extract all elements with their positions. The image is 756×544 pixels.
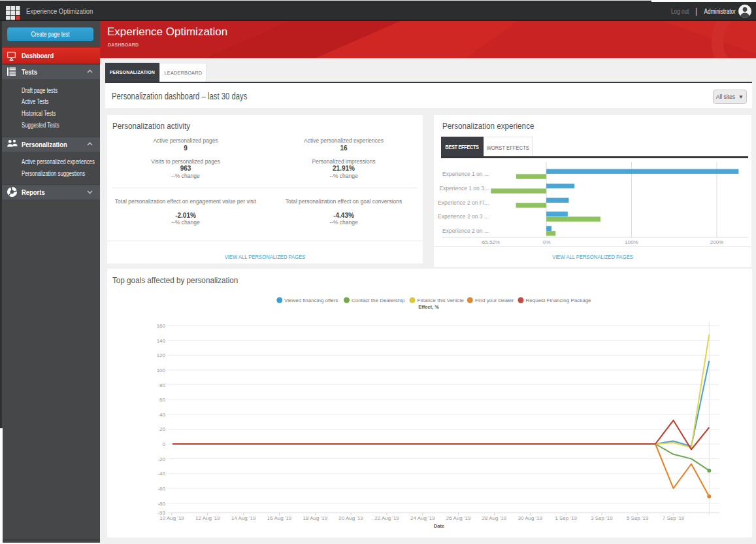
svg-text:14 Aug '19: 14 Aug '19 — [231, 515, 256, 521]
svg-text:0: 0 — [163, 441, 166, 447]
svg-text:16 Aug '19: 16 Aug '19 — [267, 515, 292, 521]
svg-text:80: 80 — [159, 382, 165, 388]
svg-text:100: 100 — [157, 367, 166, 373]
svg-text:Finance this Vehicle: Finance this Vehicle — [418, 298, 465, 303]
svg-text:26 Aug '19: 26 Aug '19 — [446, 515, 471, 521]
svg-text:Experience 2 on Fi...: Experience 2 on Fi... — [438, 199, 489, 206]
svg-text:20 Aug '19: 20 Aug '19 — [338, 515, 363, 521]
svg-text:12 Aug '19: 12 Aug '19 — [195, 515, 220, 521]
svg-text:28 Aug '19: 28 Aug '19 — [482, 515, 507, 521]
svg-text:30 Aug '19: 30 Aug '19 — [518, 515, 543, 521]
svg-text:-65.52%: -65.52% — [480, 239, 500, 245]
svg-text:Find your Dealer: Find your Dealer — [475, 298, 514, 303]
svg-text:Viewed financing offers: Viewed financing offers — [284, 298, 338, 303]
svg-text:100%: 100% — [625, 239, 638, 245]
svg-text:140: 140 — [157, 338, 166, 344]
svg-text:Date: Date — [434, 523, 444, 529]
svg-text:-80: -80 — [157, 501, 165, 507]
svg-text:Effect, %: Effect, % — [418, 304, 439, 310]
svg-text:3 Sep '19: 3 Sep '19 — [591, 515, 613, 521]
svg-text:-20: -20 — [157, 456, 165, 462]
svg-text:200%: 200% — [710, 239, 723, 245]
svg-text:Experience 2 on 3 ...: Experience 2 on 3 ... — [438, 213, 489, 220]
svg-text:1 Sep '19: 1 Sep '19 — [555, 515, 577, 521]
svg-text:Experience 2 on ...: Experience 2 on ... — [442, 228, 489, 234]
svg-text:5 Sep '19: 5 Sep '19 — [627, 515, 649, 521]
svg-text:22 Aug '19: 22 Aug '19 — [374, 515, 399, 521]
svg-text:160: 160 — [157, 323, 166, 329]
svg-text:20: 20 — [159, 426, 165, 432]
svg-text:Contact the Dealership: Contact the Dealership — [352, 298, 405, 303]
svg-text:120: 120 — [157, 352, 166, 358]
svg-text:Experience 1 on ...: Experience 1 on ... — [442, 171, 489, 177]
svg-text:7 Sep '19: 7 Sep '19 — [663, 515, 685, 521]
svg-text:0%: 0% — [543, 239, 551, 245]
svg-text:18 Aug '19: 18 Aug '19 — [303, 515, 328, 521]
svg-text:24 Aug '19: 24 Aug '19 — [410, 515, 435, 521]
svg-text:Experience 1 on 3...: Experience 1 on 3... — [439, 185, 489, 192]
svg-text:-40: -40 — [157, 471, 165, 477]
svg-text:-60: -60 — [157, 486, 165, 492]
svg-text:Request Financing Package: Request Financing Package — [526, 298, 592, 303]
svg-text:10 Aug '19: 10 Aug '19 — [159, 515, 184, 521]
svg-text:60: 60 — [159, 397, 165, 403]
svg-text:40: 40 — [159, 412, 165, 418]
